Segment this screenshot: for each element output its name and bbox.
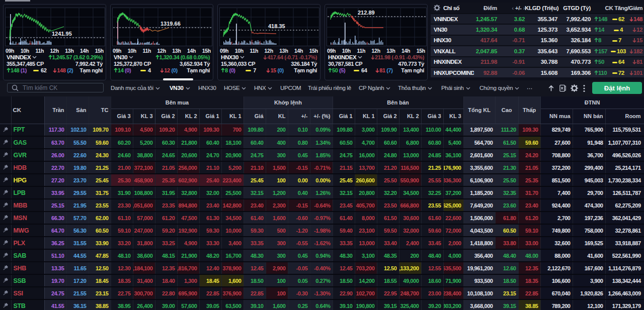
svg-text:212.89: 212.89 (358, 10, 375, 16)
svg-text:1319.66: 1319.66 (160, 21, 181, 27)
svg-text:1241.95: 1241.95 (52, 31, 72, 37)
svg-text:418.35: 418.35 (268, 23, 285, 29)
